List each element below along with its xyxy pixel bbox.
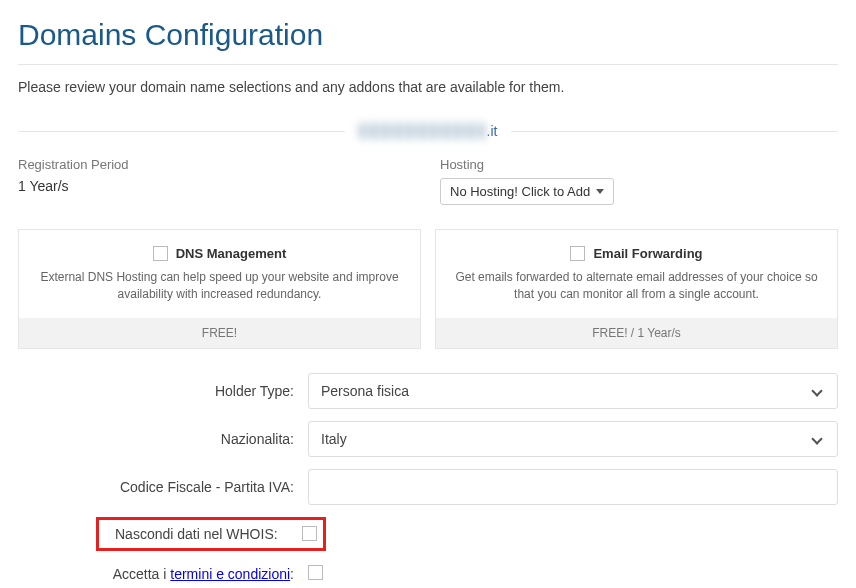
chevron-down-icon (811, 433, 822, 444)
cf-input[interactable] (308, 469, 838, 505)
intro-text: Please review your domain name selection… (18, 79, 838, 95)
hosting-block: Hosting No Hosting! Click to Add (440, 157, 838, 205)
terms-prefix: Accetta i (113, 566, 171, 582)
hosting-dropdown[interactable]: No Hosting! Click to Add (440, 178, 614, 205)
cf-label: Codice Fiscale - Partita IVA: (18, 479, 308, 495)
registration-period-value: 1 Year/s (18, 178, 416, 194)
whois-checkbox[interactable] (302, 526, 317, 541)
email-forwarding-price: FREE! / 1 Year/s (436, 318, 837, 348)
domain-divider: .it (18, 123, 838, 139)
whois-highlight: Nascondi dati nel WHOIS: (96, 517, 326, 551)
whois-label: Nascondi dati nel WHOIS: (115, 526, 278, 542)
dns-management-price: FREE! (19, 318, 420, 348)
email-forwarding-desc: Get emails forwarded to alternate email … (454, 269, 819, 304)
hosting-label: Hosting (440, 157, 838, 172)
email-forwarding-title: Email Forwarding (593, 246, 702, 261)
nazionalita-value: Italy (321, 431, 347, 447)
nazionalita-select[interactable]: Italy (308, 421, 838, 457)
terms-checkbox[interactable] (308, 565, 323, 580)
holder-type-label: Holder Type: (18, 383, 308, 399)
chevron-down-icon (811, 385, 822, 396)
hosting-selected: No Hosting! Click to Add (450, 184, 590, 199)
divider-line-left (18, 131, 345, 132)
caret-down-icon (596, 189, 604, 194)
divider-line-right (511, 131, 838, 132)
nazionalita-label: Nazionalita: (18, 431, 308, 447)
terms-suffix: : (290, 566, 294, 582)
addon-card-email: Email Forwarding Get emails forwarded to… (435, 229, 838, 349)
domain-tld: .it (487, 123, 498, 139)
addon-card-dns: DNS Management External DNS Hosting can … (18, 229, 421, 349)
terms-link[interactable]: termini e condizioni (170, 566, 290, 582)
holder-type-select[interactable]: Persona fisica (308, 373, 838, 409)
registration-period-block: Registration Period 1 Year/s (18, 157, 416, 205)
dns-management-checkbox[interactable] (153, 246, 168, 261)
terms-label: Accetta i termini e condizioni: (18, 566, 308, 582)
email-forwarding-checkbox[interactable] (570, 246, 585, 261)
dns-management-desc: External DNS Hosting can help speed up y… (37, 269, 402, 304)
domain-name: .it (345, 123, 512, 139)
page-title: Domains Configuration (18, 18, 838, 65)
holder-type-value: Persona fisica (321, 383, 409, 399)
domain-masked (359, 123, 485, 139)
registration-period-label: Registration Period (18, 157, 416, 172)
dns-management-title: DNS Management (176, 246, 287, 261)
